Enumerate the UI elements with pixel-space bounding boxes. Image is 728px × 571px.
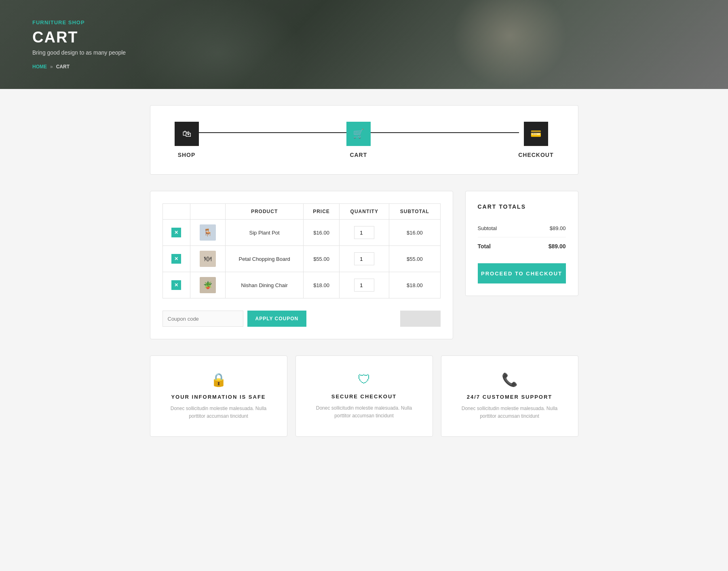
cart-totals-title: CART TOTALS — [478, 203, 566, 210]
remove-item-2[interactable]: ✕ — [171, 254, 181, 264]
shop-step-icon: 🛍 — [175, 122, 199, 146]
col-quantity: QUANTITY — [340, 204, 389, 220]
qty-input-1[interactable] — [354, 226, 374, 239]
step-cart: 🛒 CART — [346, 122, 371, 158]
product-thumb-2: 🍽 — [200, 251, 216, 267]
cart-layout: PRODUCT PRICE QUANTITY SUBTOTAL ✕ 🪑 Sip … — [150, 191, 578, 339]
table-row: ✕ 🍽 Petal Chopping Board $55.00 $55.00 — [162, 246, 440, 272]
breadcrumb-separator: » — [50, 64, 53, 70]
checkout-step-icon: 💳 — [524, 122, 548, 146]
step-cart-label: CART — [350, 152, 367, 158]
product-subtotal-3: $18.00 — [389, 272, 440, 298]
breadcrumb: HOME » CART — [32, 64, 126, 70]
shield-icon: 🛡 — [308, 372, 420, 387]
col-image — [190, 204, 226, 220]
step-shop: 🛍 SHOP — [175, 122, 199, 158]
feature-card-checkout: 🛡 SECURE CHECKOUT Donec sollicitudin mol… — [295, 355, 433, 437]
feature-checkout-title: SECURE CHECKOUT — [308, 393, 420, 400]
coupon-row: APPLY COUPON — [162, 311, 441, 327]
main-content: 🛍 SHOP 🛒 CART 💳 CHECKOUT PRODUCT P — [142, 89, 587, 453]
step-checkout-label: CHECKOUT — [518, 152, 553, 158]
feature-support-desc: Donec sollicitudin molestie malesuada. N… — [454, 405, 566, 420]
coupon-input[interactable] — [162, 311, 243, 327]
feature-safe-title: YOUR INFORMATION IS SAFE — [162, 394, 275, 400]
product-name-3: Nishan Dining Chair — [226, 272, 303, 298]
remove-item-3[interactable]: ✕ — [171, 280, 181, 290]
progress-steps: 🛍 SHOP 🛒 CART 💳 CHECKOUT — [150, 105, 578, 175]
remove-item-1[interactable]: ✕ — [171, 228, 181, 237]
feature-safe-desc: Donec sollicitudin molestie malesuada. N… — [162, 405, 275, 420]
hero-shop-name: FURNITURE SHOP — [32, 19, 126, 25]
phone-icon: 📞 — [454, 372, 566, 387]
step-checkout: 💳 CHECKOUT — [518, 122, 553, 158]
cart-table-card: PRODUCT PRICE QUANTITY SUBTOTAL ✕ 🪑 Sip … — [150, 191, 453, 339]
product-subtotal-1: $16.00 — [389, 220, 440, 246]
proceed-to-checkout-button[interactable]: PROCEED TO CHECKOUT — [478, 263, 566, 283]
feature-card-safe: 🔒 YOUR INFORMATION IS SAFE Donec sollici… — [150, 355, 287, 437]
subtotal-row: Subtotal $89.00 — [478, 220, 566, 237]
hero-title: CART — [32, 29, 126, 46]
product-thumb-1: 🪑 — [200, 224, 216, 241]
features-section: 🔒 YOUR INFORMATION IS SAFE Donec sollici… — [150, 355, 578, 437]
feature-checkout-desc: Donec sollicitudin molestie malesuada. N… — [308, 404, 420, 420]
update-cart-button[interactable] — [400, 311, 441, 327]
qty-input-3[interactable] — [354, 279, 374, 292]
table-row: ✕ 🪑 Sip Plant Pot $16.00 $16.00 — [162, 220, 440, 246]
product-thumb-3: 🪴 — [200, 277, 216, 293]
col-subtotal: SUBTOTAL — [389, 204, 440, 220]
col-price: PRICE — [303, 204, 340, 220]
product-name-2: Petal Chopping Board — [226, 246, 303, 272]
cart-step-icon: 🛒 — [346, 122, 371, 146]
product-subtotal-2: $55.00 — [389, 246, 440, 272]
total-label: Total — [478, 243, 491, 250]
qty-input-2[interactable] — [354, 252, 374, 265]
breadcrumb-current: CART — [56, 64, 70, 70]
step-shop-label: SHOP — [178, 152, 196, 158]
product-price-2: $55.00 — [303, 246, 340, 272]
subtotal-value: $89.00 — [550, 225, 566, 231]
product-price-1: $16.00 — [303, 220, 340, 246]
total-row: Total $89.00 — [478, 237, 566, 255]
total-value: $89.00 — [549, 243, 566, 250]
feature-card-support: 📞 24/7 CUSTOMER SUPPORT Donec sollicitud… — [441, 355, 578, 437]
feature-support-title: 24/7 CUSTOMER SUPPORT — [454, 394, 566, 400]
subtotal-label: Subtotal — [478, 225, 497, 231]
breadcrumb-home[interactable]: HOME — [32, 64, 47, 70]
col-product: PRODUCT — [226, 204, 303, 220]
hero-tagline: Bring good design to as many people — [32, 49, 126, 56]
product-price-3: $18.00 — [303, 272, 340, 298]
hero-banner: FURNITURE SHOP CART Bring good design to… — [0, 0, 728, 89]
col-remove — [162, 204, 190, 220]
apply-coupon-button[interactable]: APPLY COUPON — [247, 311, 307, 327]
product-name-1: Sip Plant Pot — [226, 220, 303, 246]
progress-line-1 — [198, 132, 347, 133]
table-row: ✕ 🪴 Nishan Dining Chair $18.00 $18.00 — [162, 272, 440, 298]
cart-summary-card: CART TOTALS Subtotal $89.00 Total $89.00… — [465, 191, 578, 296]
cart-table: PRODUCT PRICE QUANTITY SUBTOTAL ✕ 🪑 Sip … — [162, 203, 441, 298]
lock-icon: 🔒 — [162, 372, 275, 387]
progress-line-2 — [370, 132, 519, 133]
